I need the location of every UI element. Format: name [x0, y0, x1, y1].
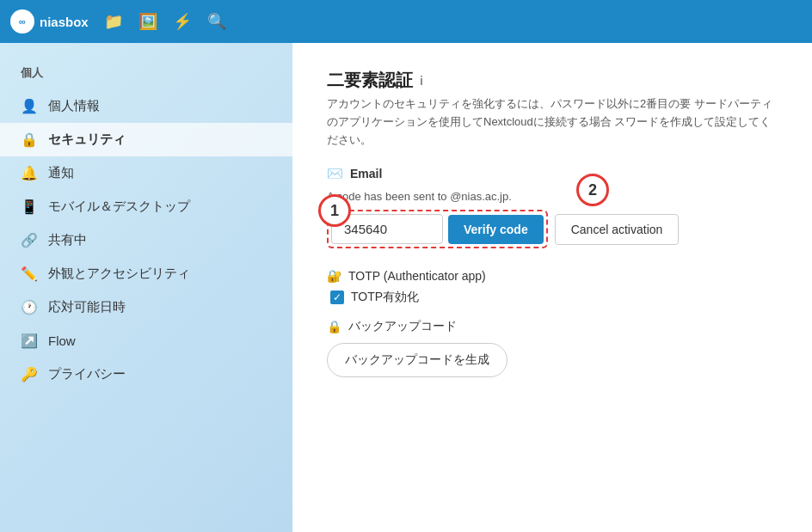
flow-icon: ↗️ — [21, 333, 38, 349]
app-name: niasbox — [40, 15, 89, 29]
cancel-activation-button[interactable]: Cancel activation — [555, 214, 680, 245]
sidebar-item-label: 共有中 — [48, 232, 87, 248]
main-layout: 個人 👤 個人情報 🔒 セキュリティ 🔔 通知 📱 モバイル＆デスクトップ 🔗 … — [0, 43, 812, 532]
sidebar-item-label: 応対可能日時 — [48, 299, 126, 315]
totp-checkbox-row[interactable]: ✓ TOTP有効化 — [327, 290, 778, 305]
code-sent-text: A code has been sent to @nias.ac.jp. — [327, 190, 778, 203]
clock-icon: 🕐 — [21, 299, 38, 315]
image-icon[interactable]: 🖼️ — [138, 12, 157, 31]
sidebar-item-label: プライバシー — [48, 366, 126, 382]
sidebar-item-label: セキュリティ — [48, 131, 126, 148]
verify-code-button[interactable]: Verify code — [448, 215, 544, 244]
info-icon[interactable]: i — [420, 74, 423, 88]
lightning-icon[interactable]: ⚡ — [173, 12, 192, 31]
sidebar-item-accessibility[interactable]: ✏️ 外観とアクセシビリティ — [0, 257, 292, 290]
folder-icon[interactable]: 📁 — [104, 12, 123, 31]
verify-section: 1 2 Verify code Cancel activation — [327, 210, 778, 248]
totp-label: TOTP (Authenticator app) — [348, 269, 486, 283]
email-masked: @nias.ac.jp. — [450, 190, 512, 203]
totp-header: 🔐 TOTP (Authenticator app) — [327, 269, 778, 283]
app-logo[interactable]: ∞ niasbox — [10, 9, 89, 34]
sidebar-item-mobile-desktop[interactable]: 📱 モバイル＆デスクトップ — [0, 190, 292, 223]
search-icon[interactable]: 🔍 — [207, 12, 226, 31]
lock-icon: 🔒 — [21, 131, 38, 148]
sidebar-item-label: 外観とアクセシビリティ — [48, 266, 190, 282]
logo-icon: ∞ — [10, 9, 34, 34]
backup-section: 🔒 バックアップコード バックアップコードを生成 — [327, 319, 778, 377]
main-content: 二要素認証 i アカウントのセキュリティを強化するには、パスワード以外に2番目の… — [292, 43, 812, 532]
sidebar-item-label: 個人情報 — [48, 98, 100, 114]
topbar: ∞ niasbox 📁 🖼️ ⚡ 🔍 — [0, 0, 812, 43]
backup-header: 🔒 バックアップコード — [327, 319, 778, 334]
sidebar-section-title: 個人 — [0, 60, 292, 89]
user-icon: 👤 — [21, 98, 38, 114]
totp-icon: 🔐 — [327, 269, 341, 283]
sidebar-item-personal-info[interactable]: 👤 個人情報 — [0, 89, 292, 123]
backup-icon: 🔒 — [327, 320, 341, 333]
totp-section: 🔐 TOTP (Authenticator app) ✓ TOTP有効化 — [327, 269, 778, 305]
key-icon: 🔑 — [21, 366, 38, 382]
sidebar: 個人 👤 個人情報 🔒 セキュリティ 🔔 通知 📱 モバイル＆デスクトップ 🔗 … — [0, 43, 292, 532]
sidebar-item-notifications[interactable]: 🔔 通知 — [0, 156, 292, 190]
mobile-icon: 📱 — [21, 199, 38, 215]
sidebar-item-label: 通知 — [48, 165, 74, 181]
verify-row: Verify code Cancel activation — [327, 210, 778, 248]
bell-icon: 🔔 — [21, 165, 38, 181]
email-icon: ✉️ — [327, 166, 343, 181]
email-section-header: ✉️ Email — [327, 166, 778, 181]
page-title: 二要素認証 i — [327, 69, 778, 92]
sidebar-item-sharing[interactable]: 🔗 共有中 — [0, 223, 292, 257]
accessibility-icon: ✏️ — [21, 266, 38, 282]
totp-checkbox[interactable]: ✓ — [330, 290, 344, 304]
backup-label: バックアップコード — [348, 319, 457, 334]
generate-backup-codes-button[interactable]: バックアップコードを生成 — [327, 343, 508, 377]
email-label: Email — [350, 167, 382, 180]
dashed-highlight-box: Verify code — [327, 210, 548, 248]
page-description: アカウントのセキュリティを強化するには、パスワード以外に2番目の要 サードパーテ… — [327, 95, 778, 149]
sidebar-item-privacy[interactable]: 🔑 プライバシー — [0, 358, 292, 391]
sidebar-item-label: Flow — [48, 333, 76, 348]
sidebar-item-availability[interactable]: 🕐 応対可能日時 — [0, 290, 292, 324]
totp-checkbox-label: TOTP有効化 — [351, 290, 419, 305]
share-icon: 🔗 — [21, 232, 38, 248]
sidebar-item-label: モバイル＆デスクトップ — [48, 199, 190, 215]
sidebar-item-security[interactable]: 🔒 セキュリティ — [0, 123, 292, 156]
sidebar-item-flow[interactable]: ↗️ Flow — [0, 324, 292, 358]
